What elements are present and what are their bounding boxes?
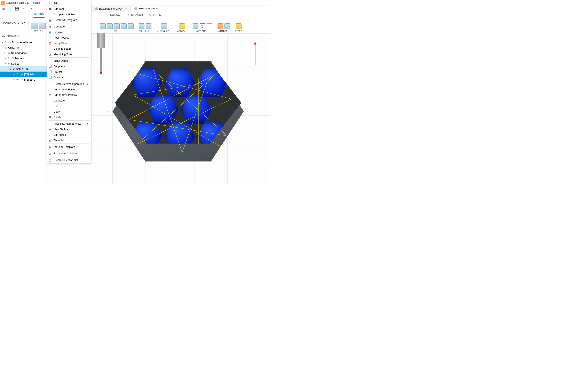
visibility-icon[interactable]: 👁	[7, 57, 10, 60]
ctx-protect[interactable]: Protect	[47, 69, 91, 75]
expand-icon[interactable]: ▷	[13, 78, 15, 81]
ctx-edit-tool[interactable]: 🛠Edit Tool	[47, 6, 91, 12]
ctx-label: Add to New Folder	[54, 88, 76, 91]
drill-2-icon[interactable]	[146, 23, 151, 29]
ctx-duplicate[interactable]: Duplicate	[47, 98, 91, 103]
radio-active-icon[interactable]: ◉	[26, 67, 28, 70]
expand-icon[interactable]: ▷	[4, 57, 6, 59]
cube-icon	[95, 7, 98, 10]
ctx-setup-sheet[interactable]: ▤Setup Sheet	[47, 40, 91, 46]
group-label-multiaxis[interactable]: MULTI-AXIS	[157, 30, 171, 33]
save-icon[interactable]: 💾	[15, 6, 19, 11]
3d-ramp-icon[interactable]	[128, 23, 134, 29]
ctx-make-default[interactable]: Make Default	[47, 58, 91, 64]
subtab-fabrication[interactable]: FABRICATION	[126, 12, 144, 18]
expand-icon[interactable]: ◢	[9, 68, 11, 70]
tree-named-views[interactable]: ▷ ▭ Named Views	[0, 50, 47, 56]
workspace-switcher[interactable]: MANUFACTURE ▾	[0, 12, 29, 33]
tree-op-2d[interactable]: ▷ 👁 ◇ [T1] 2D C	[0, 77, 47, 82]
undo-icon[interactable]: ↶	[22, 6, 26, 11]
file-new-icon[interactable]: ▤	[8, 6, 12, 11]
redo-icon[interactable]: ↷	[29, 6, 33, 11]
ctx-machining-time[interactable]: ◔Machining Time	[47, 51, 91, 57]
ribbon-group-modify: MODIFY	[174, 18, 190, 33]
ctx-label: Generate	[54, 25, 65, 28]
grid-apps-icon[interactable]: ▦	[2, 6, 6, 11]
ctx-clear-toolpath[interactable]: Clear Toolpath	[47, 46, 91, 51]
subtab-milling[interactable]: MILLING	[33, 12, 44, 18]
ctx-post-process[interactable]: G1Post Process	[47, 35, 91, 40]
ctx-show-log[interactable]: ▥Show Log	[47, 137, 91, 143]
subtab-probing[interactable]: PROBING	[108, 12, 121, 18]
setup-folder-icon[interactable]	[31, 23, 38, 29]
setups-icon: ⚙	[7, 62, 10, 65]
ctx-add-pattern[interactable]: ⊞Add to New Pattern	[47, 92, 91, 98]
3d-pocket-icon[interactable]	[107, 23, 113, 29]
component-icon: ⬡	[8, 41, 11, 44]
tree-root[interactable]: ◢ 👁 ⬡ Boxunterseite v6	[0, 39, 47, 45]
tree-setups[interactable]: ◢ ⚙ Setups	[0, 61, 47, 66]
ctx-edit-notes[interactable]: ▧Edit Notes	[47, 132, 91, 137]
tree-models[interactable]: ▷ 👁 ⬡ Models	[0, 56, 47, 61]
ctx-compare-edit[interactable]: Compare and Edit	[47, 12, 91, 17]
group-label-manage[interactable]: MANAGE	[218, 30, 230, 33]
group-label-modify[interactable]: MODIFY	[177, 30, 187, 33]
group-label-actions[interactable]: ACTIONS	[196, 30, 209, 33]
visibility-icon[interactable]: 👁	[16, 78, 19, 81]
ctx-suppress[interactable]: Suppress	[47, 64, 91, 69]
ctx-simulate[interactable]: ◉Simulate	[47, 29, 91, 35]
3d-contour-icon[interactable]	[121, 23, 127, 29]
tool-library-icon[interactable]	[217, 23, 223, 29]
visibility-icon[interactable]: 👁	[16, 73, 19, 76]
ctx-edit[interactable]: ⚙Edit	[47, 0, 91, 6]
multiaxis-icon[interactable]	[161, 23, 167, 29]
expand-icon[interactable]: ▷	[13, 73, 15, 75]
visibility-icon[interactable]: 👁	[4, 41, 7, 44]
ctx-optional[interactable]: Optional	[47, 75, 91, 80]
ctx-label: Protect	[54, 70, 62, 73]
doctab-boxoberseite[interactable]: Boxoberseite_2 v8* ×	[91, 6, 131, 12]
ctx-generate[interactable]: ◆Generate	[47, 24, 91, 29]
expand-icon[interactable]: ▷	[4, 52, 6, 54]
ctx-create-derived[interactable]: Create Derived Operation▶	[47, 81, 91, 87]
ctx-view-toolpath[interactable]: ≡View Toolpath	[47, 127, 91, 132]
generate-icon[interactable]	[193, 23, 198, 29]
setupsheet-icon[interactable]	[207, 23, 212, 29]
gcode-icon[interactable]: G1G2	[200, 23, 205, 29]
ctx-assoc-view[interactable]: ◫Associate Named View▶	[47, 121, 91, 127]
ctx-add-folder[interactable]: Add to New Folder	[47, 87, 91, 92]
ctx-expand-children[interactable]: ⊟Expand All Children	[47, 151, 91, 156]
expand-icon[interactable]: ◢	[4, 63, 6, 65]
3d-adaptive-icon[interactable]	[100, 23, 106, 29]
ctx-delete[interactable]: ✖Delete	[47, 114, 91, 120]
inspect-icon[interactable]	[236, 23, 242, 29]
tree-models-label: Models	[15, 57, 24, 60]
3d-parallel-icon[interactable]	[114, 23, 120, 29]
modify-icon[interactable]	[179, 23, 185, 29]
group-label-drilling[interactable]: DRILLING	[139, 30, 151, 33]
ctx-create-nc[interactable]: ▣Create NC Program	[47, 17, 91, 23]
tree-op1-label: [T1] Ada	[24, 73, 34, 76]
ctx-store-template[interactable]: ▦Store as Template	[47, 144, 91, 150]
browser-header[interactable]: ◀◀ BROWSER	[0, 33, 47, 39]
ctx-cut[interactable]: Cut	[47, 103, 91, 109]
tree-setup1[interactable]: ◢ ⚙ Setup1 ◉	[0, 66, 47, 71]
close-icon[interactable]: ×	[125, 7, 127, 10]
group-label-3d[interactable]: 3D	[114, 30, 119, 33]
subtab-utilities[interactable]: UTILITIES	[148, 12, 162, 18]
separator	[48, 57, 90, 58]
tree-units[interactable]: ▥ Units: mm	[0, 45, 47, 50]
ctx-label: Associate Named View	[54, 122, 81, 125]
collapse-icon[interactable]: ◀◀	[2, 35, 5, 38]
setup-tool-icon[interactable]	[39, 23, 45, 29]
ctx-create-selset[interactable]: ◫Create Selection Set	[47, 157, 91, 163]
ribbon-group-manage: MANAGE	[215, 18, 233, 33]
group-label-setup[interactable]: SETUP	[34, 30, 43, 33]
drill-icon[interactable]	[139, 23, 144, 29]
machine-icon[interactable]	[224, 23, 230, 29]
tree-op-adaptive[interactable]: ▷ 👁 ◈ [T1] Ada	[0, 71, 47, 77]
expand-icon[interactable]: ◢	[1, 41, 3, 43]
ctx-copy[interactable]: Copy	[47, 109, 91, 114]
ctx-label: Clear Toolpath	[54, 47, 71, 50]
doctab-boxunterseite[interactable]: Boxunterseite v6*	[131, 6, 163, 12]
